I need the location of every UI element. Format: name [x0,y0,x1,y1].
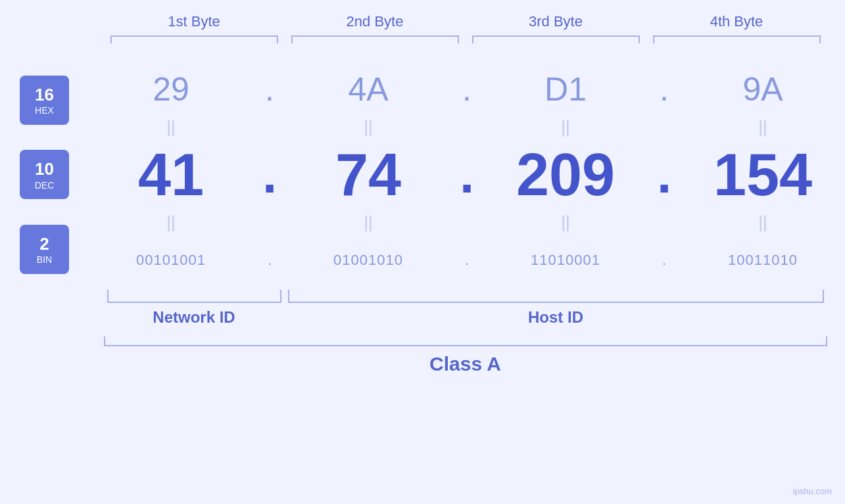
bin-name: BIN [37,254,52,265]
bin-dot-1: . [253,252,286,269]
main-container: 1st Byte 2nd Byte 3rd Byte 4th Byte 16 H… [0,0,845,504]
bin-val-4: 10011010 [681,252,845,269]
network-id-label: Network ID [104,308,285,327]
watermark: ipshu.com [793,486,832,496]
sep-dec-bin-2: || [286,210,450,236]
sep-hex-dec-1: || [89,114,253,141]
hex-dot-3: . [648,70,681,108]
sep-hex-dec-2: || [286,114,450,141]
dec-row: 41 . 74 . 209 . 154 [89,139,845,211]
hex-row: 29 . 4A . D1 . 9A [89,63,845,116]
dec-val-2: 74 [286,141,450,209]
hex-name: HEX [35,105,54,116]
hex-badge: 16 HEX [20,76,69,125]
bin-number: 2 [39,234,49,254]
hex-val-1: 29 [89,70,253,108]
class-a-label: Class A [104,353,827,375]
dec-val-3: 209 [483,141,648,209]
hex-val-3: D1 [483,70,648,108]
sep-dec-bin-4: || [681,210,845,236]
values-grid: 29 . 4A . D1 . 9A || || || || 41 [89,63,845,286]
dec-number: 10 [35,159,54,179]
bin-row: 00101001 . 01001010 . 11010001 . 1001101… [89,234,845,286]
bin-val-2: 01001010 [286,252,450,269]
hex-number: 16 [35,85,54,105]
sep-dec-bin-3: || [483,210,648,236]
hex-val-2: 4A [286,70,450,108]
base-labels: 16 HEX 10 DEC 2 BIN [0,63,89,286]
dec-badge: 10 DEC [20,150,69,199]
sep-hex-dec-4: || [681,114,845,141]
dec-dot-1: . [253,145,286,205]
bracket-4 [653,35,821,43]
byte-header-4: 4th Byte [646,13,827,35]
dec-dot-3: . [648,145,681,205]
hex-dot-2: . [450,70,483,108]
hex-dot-1: . [253,70,286,108]
dec-val-4: 154 [681,141,845,209]
bin-val-1: 00101001 [89,252,253,269]
dec-val-1: 41 [89,141,253,209]
hex-val-4: 9A [681,70,845,108]
host-id-bracket [288,290,824,303]
sep-dec-bin-1: || [89,210,253,236]
bin-dot-2: . [450,252,483,269]
bin-dot-3: . [648,252,681,269]
sep-hex-dec-3: || [483,114,648,141]
class-a-bracket [104,336,827,346]
byte-header-3: 3rd Byte [466,13,646,35]
dec-dot-2: . [450,145,483,205]
byte-header-2: 2nd Byte [285,13,466,35]
bracket-2 [291,35,459,43]
bin-val-3: 11010001 [483,252,648,269]
dec-name: DEC [35,180,55,191]
host-id-label: Host ID [285,308,827,327]
bin-badge: 2 BIN [20,225,69,274]
bracket-1 [110,35,278,43]
class-a-section: Class A [104,336,827,375]
bracket-3 [472,35,640,43]
byte-header-1: 1st Byte [104,13,285,35]
network-id-bracket [107,290,281,303]
